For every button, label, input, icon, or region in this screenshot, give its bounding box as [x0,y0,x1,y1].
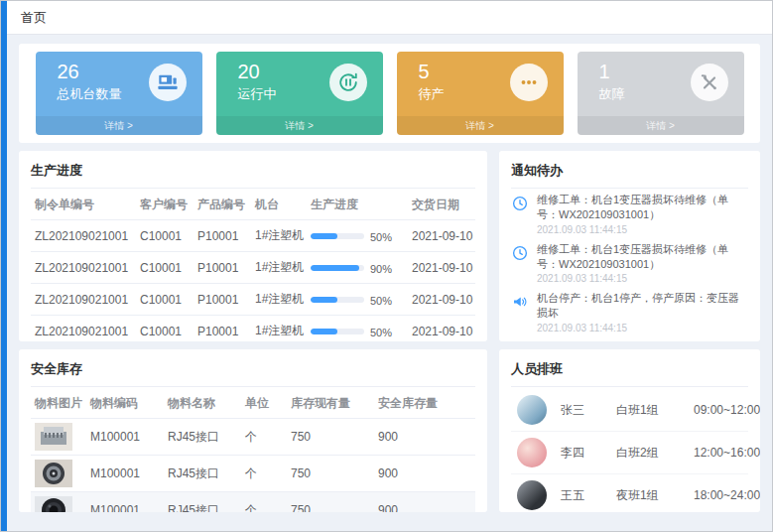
notice-time: 2021.09.03 11:44:15 [537,224,748,235]
material-image-cell [31,419,86,456]
clock-icon [511,193,529,235]
wangwu-avatar [517,480,547,510]
column-header: 生产进度 [307,189,408,220]
inventory-table-body: M100001 RJ45接口 个 750 900 M100001 RJ45接口 … [31,419,475,513]
topbar: 首页 [7,1,772,35]
customer-no: C10001 [136,252,193,284]
stat-card-pending[interactable]: 5 待产 详情 > [397,52,564,135]
shift-label: 白班2组 [616,445,694,462]
schedule-row: 张三 白班1组 09:00~12:00 [511,389,748,432]
stat-card-fault[interactable]: 1 故障 详情 > [578,52,744,135]
stock-qty: 750 [287,492,374,513]
column-header: 安全库存量 [374,387,475,419]
notice-item[interactable]: 维修工单：机台1变压器损坏待维修（单号：WX202109031001） 2021… [511,189,748,238]
notice-time: 2021.09.03 11:44:15 [537,273,748,284]
stat-cards-panel: 26 总机台数量 详情 > 20 运行中 详情 > 5 待产 详情 > 1 [19,44,760,143]
column-header: 交货日期 [408,189,475,220]
stat-detail-link[interactable]: 详情 > [578,116,744,135]
stock-qty: 750 [287,456,374,492]
schedule-panel-title: 人员排班 [511,357,748,387]
announce-icon [511,291,529,333]
machine-name: 1#注塑机 [251,220,307,252]
stat-detail-link[interactable]: 详情 > [216,116,383,135]
stat-detail-link[interactable]: 详情 > [397,116,564,135]
column-header: 物料名称 [164,387,241,419]
column-header: 客户编号 [136,189,193,220]
progress-cell: 50% [307,284,408,316]
progress-cell: 50% [307,220,408,252]
round-connector-photo [35,460,72,487]
running-icon [329,64,367,101]
zhangsan-avatar [517,395,547,425]
progress-bar [311,265,364,271]
shift-label: 白班1组 [616,402,694,419]
progress-bar [311,329,364,334]
notice-text: 维修工单：机台1变压器损坏待维修（单号：WX202109031001） [537,193,748,222]
column-header: 机台 [251,189,307,220]
notice-text: 计划暂停：机台1生产计划已暂停 [537,340,696,341]
unit: 个 [241,456,287,492]
inventory-table: 物料图片物料编码物料名称单位库存现有量安全库存量 M100001 RJ45接口 … [31,387,475,512]
column-header: 库存现有量 [287,387,374,419]
production-table-head-row: 制令单编号客户编号产品编号机台生产进度交货日期 [31,189,475,220]
notices-panel: 通知待办 维修工单：机台1变压器损坏待维修（单号：WX202109031001）… [499,151,760,341]
delivery-date: 2021-09-10 [408,316,475,342]
notice-item[interactable]: 机台停产：机台1停产，停产原因：变压器损坏 2021.09.03 11:44:1… [511,287,748,336]
material-code: M100001 [86,419,164,456]
schedule-row: 李四 白班2组 12:00~16:00 [511,432,748,474]
safety-qty: 900 [374,492,475,513]
delivery-date: 2021-09-10 [408,284,475,316]
shift-time: 18:00~24:00 [694,488,760,502]
product-no: P10001 [193,316,251,342]
stat-label: 待产 [419,85,445,103]
column-header: 物料图片 [31,387,86,419]
notice-body: 计划暂停：机台1生产计划已暂停 2021.09.03 11:44:15 [537,340,696,341]
material-code: M100001 [86,456,164,492]
stat-value: 1 [599,61,625,82]
product-no: P10001 [193,284,251,316]
inventory-row: M100001 RJ45接口 个 750 900 [31,492,475,513]
notice-item[interactable]: 维修工单：机台1变压器损坏待维修（单号：WX202109031001） 2021… [511,238,748,288]
shift-time: 09:00~12:00 [694,403,760,417]
production-row: ZL202109021001 C10001 P10001 1#注塑机 50% 2… [31,220,475,252]
product-no: P10001 [193,220,251,252]
progress-label: 50% [370,230,392,242]
stat-detail-link[interactable]: 详情 > [36,116,202,135]
production-row: ZL202109021001 C10001 P10001 1#注塑机 90% 2… [31,252,475,284]
customer-no: C10001 [136,284,193,316]
stat-label: 故障 [599,85,625,103]
notice-text: 机台停产：机台1停产，停产原因：变压器损坏 [537,291,748,321]
production-row: ZL202109021001 C10001 P10001 1#注塑机 50% 2… [31,284,475,316]
tab-home[interactable]: 首页 [21,9,47,27]
material-name: RJ45接口 [164,419,241,456]
schedule-list: 张三 白班1组 09:00~12:00 李四 白班2组 12:00~16:00 … [511,389,748,512]
panels-grid: 生产进度 制令单编号客户编号产品编号机台生产进度交货日期 ZL202109021… [19,151,760,512]
stat-card-total[interactable]: 26 总机台数量 详情 > [36,52,202,135]
order-no: ZL202109021001 [31,220,136,252]
inventory-panel-title: 安全库存 [31,357,475,387]
machine-name: 1#注塑机 [251,316,307,342]
column-header: 产品编号 [193,189,251,220]
stat-card-text: 26 总机台数量 [58,61,122,103]
stat-card-top: 20 运行中 [216,52,383,103]
production-row: ZL202109021001 C10001 P10001 1#注塑机 50% 2… [31,316,475,342]
production-table: 制令单编号客户编号产品编号机台生产进度交货日期 ZL202109021001 C… [31,189,475,341]
unit: 个 [241,492,287,513]
unit: 个 [241,419,287,456]
shift-time: 12:00~16:00 [694,446,760,460]
lisi-avatar [517,438,547,467]
notices-panel-title: 通知待办 [511,159,748,189]
column-header: 制令单编号 [31,189,136,220]
production-panel-title: 生产进度 [31,159,475,189]
progress-bar [311,297,364,303]
inventory-row: M100001 RJ45接口 个 750 900 [31,456,475,492]
order-no: ZL202109021001 [31,316,136,342]
safety-qty: 900 [374,456,475,492]
notice-time: 2021.09.03 11:44:15 [537,323,748,333]
column-header: 单位 [241,387,287,419]
notice-item[interactable]: 计划暂停：机台1生产计划已暂停 2021.09.03 11:44:15 [511,336,748,341]
notice-body: 维修工单：机台1变压器损坏待维修（单号：WX202109031001） 2021… [537,242,748,285]
stat-card-running[interactable]: 20 运行中 详情 > [216,52,383,135]
dashboard-window: 首页 26 总机台数量 详情 > 20 运行中 详情 > 5 待产 [0,0,773,532]
product-no: P10001 [193,252,251,284]
